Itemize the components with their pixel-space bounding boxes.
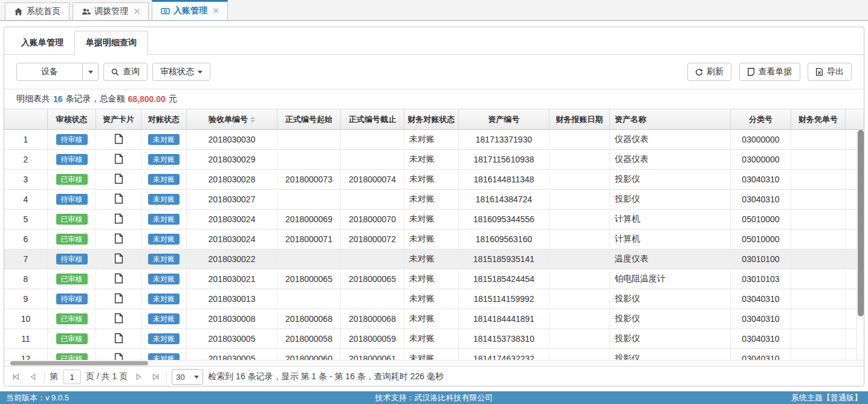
table-body: 1待审核未对账2018030030未对账181713371930仪器仪表0300… <box>4 130 864 360</box>
audit-status-badge[interactable]: 已审核 <box>56 353 88 360</box>
audit-status-badge[interactable]: 已审核 <box>56 174 88 185</box>
column-header: 审核状态 <box>48 109 96 129</box>
tab-entry-management[interactable]: 入账管理 <box>152 0 228 20</box>
reconcile-status-badge[interactable]: 未对账 <box>148 214 180 225</box>
page-number-input[interactable] <box>63 370 81 384</box>
main-panel: 入账单管理 单据明细查询 设备 查询 审核状态 刷新 <box>4 27 864 386</box>
table-cell <box>341 150 404 169</box>
table-cell <box>791 289 846 309</box>
table-cell <box>549 130 610 149</box>
table-cell: 2018030030 <box>187 130 277 149</box>
table-cell <box>96 349 141 360</box>
horizontal-scrollbar[interactable] <box>4 360 864 366</box>
sub-tab-bar: 入账单管理 单据明细查询 <box>4 27 864 55</box>
asset-card-icon[interactable] <box>114 333 123 345</box>
asset-card-icon[interactable] <box>114 193 123 206</box>
asset-card-icon[interactable] <box>114 233 123 246</box>
horizontal-scrollbar-thumb[interactable] <box>10 361 148 365</box>
table-row[interactable]: 2待审核未对账2018030029未对账1817115610938仪器仪表030… <box>4 150 864 170</box>
column-header: 对账状态 <box>141 109 187 129</box>
tab-system-home[interactable]: 系统首页 <box>5 2 70 20</box>
type-select-value[interactable]: 设备 <box>16 63 83 81</box>
footer-theme[interactable]: 系统主题【普通版】 <box>791 393 862 403</box>
table-cell: 未对账 <box>404 170 459 189</box>
table-cell: 12 <box>4 349 48 360</box>
asset-card-icon[interactable] <box>114 273 123 286</box>
refresh-button[interactable]: 刷新 <box>687 63 731 81</box>
toolbar-right-group: 刷新 查看单据 导出 <box>682 63 852 82</box>
audit-status-filter-button[interactable]: 审核状态 <box>152 63 210 81</box>
table-row[interactable]: 3已审核未对账201803002820180000732018000074未对账… <box>4 170 864 190</box>
table-row[interactable]: 10已审核未对账201803000820180000682018000068未对… <box>4 309 864 329</box>
view-document-button[interactable]: 查看单据 <box>739 63 800 81</box>
type-select-caret-button[interactable] <box>83 63 99 81</box>
asset-card-icon[interactable] <box>114 253 123 266</box>
reconcile-status-badge[interactable]: 未对账 <box>148 194 180 205</box>
table-row[interactable]: 11已审核未对账201803000520180000582018000059未对… <box>4 329 864 349</box>
page-size-select[interactable]: 30 <box>172 369 203 385</box>
table-row[interactable]: 12已审核未对账201803000520180000602018000061未对… <box>4 349 864 360</box>
type-select[interactable]: 设备 <box>16 63 99 81</box>
search-button[interactable]: 查询 <box>103 63 147 81</box>
table-row[interactable]: 1待审核未对账2018030030未对账181713371930仪器仪表0300… <box>4 130 864 150</box>
table-row[interactable]: 7待审核未对账2018030022未对账1815185935141温度仪表030… <box>4 249 864 269</box>
reconcile-status-badge[interactable]: 未对账 <box>148 174 180 185</box>
subtab-entry-bill-management[interactable]: 入账单管理 <box>10 31 74 54</box>
table-cell: 2018000058 <box>277 329 341 348</box>
reconcile-status-badge[interactable]: 未对账 <box>148 154 180 165</box>
vertical-scrollbar-thumb[interactable] <box>858 130 864 316</box>
asset-card-icon[interactable] <box>114 173 123 186</box>
table-row[interactable]: 9待审核未对账2018030013未对账1815114159992投影仪0304… <box>4 289 864 309</box>
export-button[interactable]: 导出 <box>808 63 852 81</box>
table-cell: 2018030008 <box>187 309 277 329</box>
reconcile-status-badge[interactable]: 未对账 <box>148 234 180 245</box>
audit-status-badge[interactable]: 已审核 <box>56 214 88 225</box>
reconcile-status-badge[interactable]: 未对账 <box>148 313 180 324</box>
table-cell <box>549 210 610 229</box>
page-size-value: 30 <box>176 373 184 382</box>
reconcile-status-badge[interactable]: 未对账 <box>148 353 180 360</box>
table-cell: 2 <box>4 150 48 169</box>
audit-status-badge[interactable]: 已审核 <box>56 274 88 284</box>
summary-bar: 明细表共 16 条记录，总金额 68,800.00 元 <box>4 89 864 109</box>
table-cell <box>549 309 610 329</box>
table-cell: 已审核 <box>48 269 96 289</box>
reconcile-status-badge[interactable]: 未对账 <box>148 254 180 265</box>
asset-card-icon[interactable] <box>114 133 123 146</box>
table-row[interactable]: 5已审核未对账201803002420180000692018000070未对账… <box>4 210 864 229</box>
asset-card-icon[interactable] <box>114 213 123 226</box>
reconcile-status-badge[interactable]: 未对账 <box>148 333 180 344</box>
column-header[interactable]: 验收单编号 <box>187 109 277 129</box>
asset-card-icon[interactable] <box>114 313 123 325</box>
audit-status-badge[interactable]: 待审核 <box>56 134 88 145</box>
audit-status-badge[interactable]: 已审核 <box>56 333 88 344</box>
sort-icon[interactable] <box>250 117 255 123</box>
table-row[interactable]: 4待审核未对账2018030027未对账181614384724投影仪03040… <box>4 190 864 210</box>
asset-card-icon[interactable] <box>114 353 123 361</box>
reconcile-status-badge[interactable]: 未对账 <box>148 134 180 145</box>
table-cell <box>791 349 846 360</box>
audit-status-badge[interactable]: 待审核 <box>56 254 88 265</box>
close-icon[interactable] <box>134 8 140 15</box>
audit-status-badge[interactable]: 已审核 <box>56 234 88 245</box>
subtab-bill-detail-query[interactable]: 单据明细查询 <box>74 31 148 55</box>
reconcile-status-badge[interactable]: 未对账 <box>148 274 180 284</box>
table-row[interactable]: 8已审核未对账201803002120180000652018000065未对账… <box>4 269 864 289</box>
next-page-button[interactable] <box>132 371 144 383</box>
audit-status-badge[interactable]: 待审核 <box>56 194 88 205</box>
prev-page-button[interactable] <box>27 371 39 383</box>
audit-status-badge[interactable]: 待审核 <box>56 154 88 165</box>
audit-status-badge[interactable]: 待审核 <box>56 293 88 304</box>
vertical-scrollbar[interactable] <box>857 130 864 360</box>
asset-card-icon[interactable] <box>114 153 123 166</box>
table-row[interactable]: 6已审核未对账201803002420180000712018000072未对账… <box>4 229 864 249</box>
table-cell: 1814184441891 <box>459 309 549 329</box>
last-page-button[interactable] <box>149 371 161 383</box>
column-header: 财务凭单号 <box>791 109 846 129</box>
reconcile-status-badge[interactable]: 未对账 <box>148 293 180 304</box>
first-page-button[interactable] <box>10 371 22 383</box>
close-icon[interactable] <box>213 7 219 14</box>
tab-transfer-management[interactable]: 调拨管理 <box>73 2 149 20</box>
asset-card-icon[interactable] <box>114 293 123 306</box>
audit-status-badge[interactable]: 已审核 <box>56 313 88 324</box>
